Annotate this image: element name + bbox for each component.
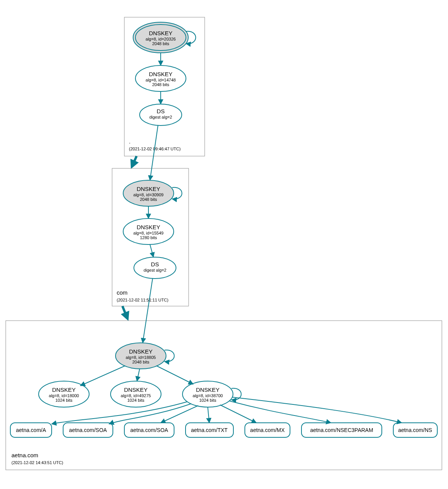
svg-text:1024 bits: 1024 bits: [55, 398, 73, 403]
svg-text:alg=8, id=18000: alg=8, id=18000: [49, 393, 79, 398]
svg-text:alg=8, id=14748: alg=8, id=14748: [146, 78, 176, 82]
edge-com-ds-to-aetna-ksk: [143, 278, 153, 343]
svg-text:aetna.com/NS: aetna.com/NS: [398, 427, 432, 433]
svg-text:alg=8, id=20326: alg=8, id=20326: [146, 37, 176, 41]
rrset-txt: aetna.com/TXT: [186, 423, 233, 437]
node-aetna-zsk-49275: DNSKEY alg=8, id=49275 1024 bits: [111, 381, 161, 407]
edge-zsk3-to-soa2: [161, 406, 198, 423]
svg-text:1024 bits: 1024 bits: [127, 398, 145, 403]
rrset-nsec3param: aetna.com/NSEC3PARAM: [301, 423, 382, 437]
svg-text:2048 bits: 2048 bits: [132, 360, 150, 364]
svg-text:DNSKEY: DNSKEY: [137, 224, 160, 230]
edge-com-zsk-to-ds: [150, 245, 153, 257]
svg-text:DS: DS: [151, 261, 159, 267]
node-root-ds: DS digest alg=2: [140, 104, 182, 126]
rrset-ns: aetna.com/NS: [393, 423, 437, 437]
node-root-ksk: DNSKEY alg=8, id=20326 2048 bits: [133, 22, 188, 53]
svg-text:2048 bits: 2048 bits: [152, 41, 169, 46]
svg-text:2048 bits: 2048 bits: [152, 82, 169, 87]
svg-text:DNSKEY: DNSKEY: [137, 186, 160, 192]
rrset-a: aetna.com/A: [10, 423, 52, 437]
svg-text:1024 bits: 1024 bits: [199, 398, 217, 403]
edge-zsk3-to-txt: [208, 407, 209, 423]
rrset-soa-1: aetna.com/SOA: [63, 423, 113, 437]
node-com-ksk: DNSKEY alg=8, id=30909 2048 bits: [123, 180, 174, 206]
edge-zsk3-to-nsec: [230, 401, 331, 423]
zone-com-timestamp: (2021-12-02 11:51:11 UTC): [117, 298, 168, 302]
svg-text:digest alg=2: digest alg=2: [143, 268, 166, 272]
edge-zsk3-to-soa1: [109, 404, 191, 424]
node-com-zsk: DNSKEY alg=8, id=15549 1280 bits: [123, 218, 174, 245]
svg-text:aetna.com/NSEC3PARAM: aetna.com/NSEC3PARAM: [310, 427, 373, 433]
edge-zsk3-to-mx: [220, 405, 256, 423]
svg-text:alg=8, id=18805: alg=8, id=18805: [126, 355, 156, 360]
rrset-soa-2: aetna.com/SOA: [124, 423, 174, 437]
svg-text:digest alg=2: digest alg=2: [149, 115, 172, 119]
node-aetna-ksk: DNSKEY alg=8, id=18805 2048 bits: [116, 343, 166, 369]
svg-text:aetna.com/MX: aetna.com/MX: [250, 427, 285, 433]
zone-aetna-name: aetna.com: [11, 452, 38, 458]
node-com-ds: DS digest alg=2: [134, 257, 176, 279]
svg-text:1280 bits: 1280 bits: [140, 235, 157, 240]
svg-text:DNSKEY: DNSKEY: [129, 348, 153, 355]
edge-zsk3-to-ns: [232, 397, 402, 423]
zone-com-name: com: [117, 289, 127, 296]
svg-text:aetna.com/TXT: aetna.com/TXT: [191, 427, 228, 433]
svg-text:alg=8, id=15549: alg=8, id=15549: [134, 231, 164, 235]
svg-text:alg=8, id=30909: alg=8, id=30909: [134, 192, 164, 197]
svg-text:2048 bits: 2048 bits: [140, 197, 157, 202]
svg-text:DNSKEY: DNSKEY: [124, 386, 148, 393]
node-aetna-zsk-38700: DNSKEY alg=8, id=38700 1024 bits: [182, 381, 233, 407]
svg-text:DNSKEY: DNSKEY: [52, 386, 76, 393]
svg-text:DNSKEY: DNSKEY: [149, 30, 173, 36]
zone-root-name: .: [129, 138, 130, 145]
edge-aetna-ksk-to-zsk2: [137, 369, 140, 381]
node-root-zsk: DNSKEY alg=8, id=14748 2048 bits: [135, 65, 186, 91]
edge-com-to-aetna-zone: [122, 306, 127, 318]
edge-root-to-com-zone: [132, 156, 137, 166]
svg-text:alg=8, id=38700: alg=8, id=38700: [193, 393, 223, 398]
edge-aetna-ksk-to-zsk1: [80, 366, 125, 386]
zone-aetna-timestamp: (2021-12-02 14:43:51 UTC): [11, 460, 63, 465]
svg-text:DS: DS: [157, 108, 165, 114]
svg-text:alg=8, id=49275: alg=8, id=49275: [121, 393, 151, 398]
svg-text:aetna.com/A: aetna.com/A: [16, 427, 46, 433]
svg-text:aetna.com/SOA: aetna.com/SOA: [130, 427, 168, 433]
svg-text:aetna.com/SOA: aetna.com/SOA: [69, 427, 107, 433]
edge-root-ds-to-com-ksk: [150, 125, 158, 180]
dnssec-diagram: . (2021-12-02 09:46:47 UTC) DNSKEY alg=8…: [0, 0, 448, 489]
svg-text:DNSKEY: DNSKEY: [196, 386, 220, 393]
rrset-mx: aetna.com/MX: [245, 423, 290, 437]
edge-aetna-ksk-to-zsk3: [156, 366, 193, 384]
svg-text:DNSKEY: DNSKEY: [149, 71, 173, 77]
